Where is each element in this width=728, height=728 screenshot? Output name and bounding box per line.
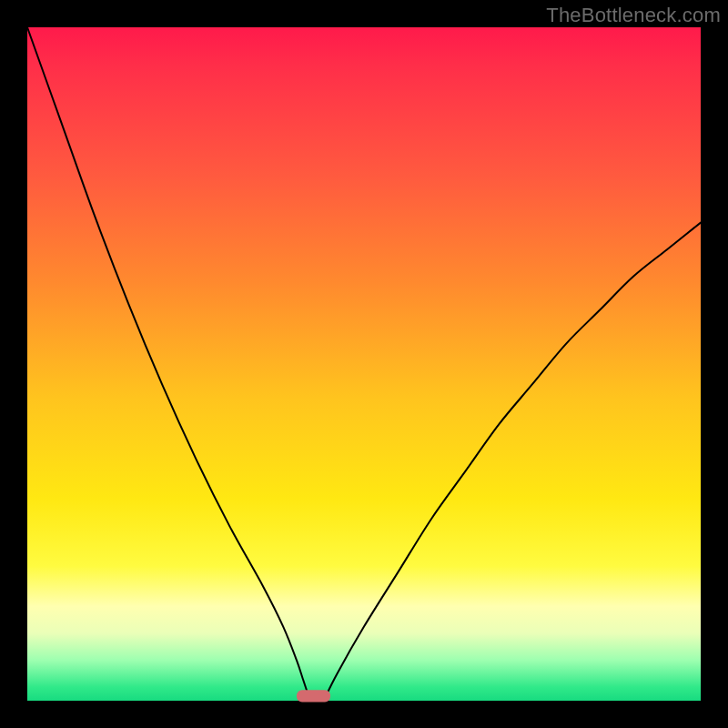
bottom-marker <box>297 690 330 702</box>
curve-right-branch <box>324 223 701 701</box>
figure-frame: TheBottleneck.com <box>0 0 728 728</box>
plot-svg <box>27 27 701 701</box>
curve-left-branch <box>27 27 310 701</box>
watermark-text: TheBottleneck.com <box>546 4 721 27</box>
plot-area <box>27 27 701 701</box>
